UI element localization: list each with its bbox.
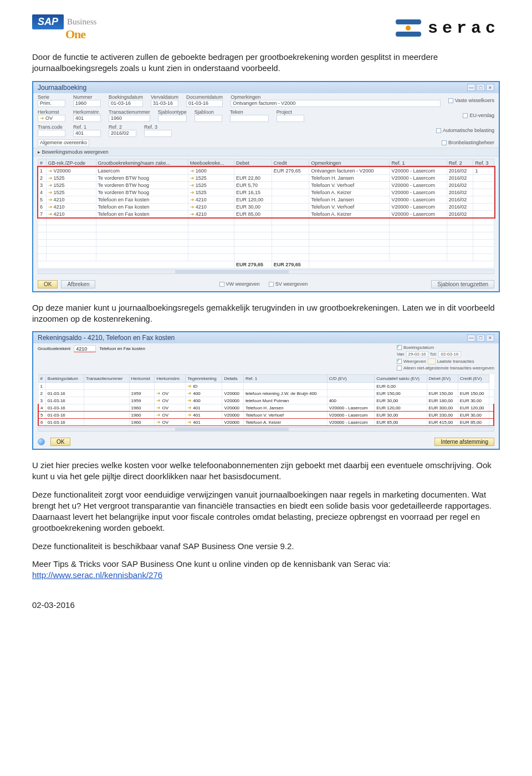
table-row[interactable]: 2➜1525Te vorderen BTW hoog➜1525EUR 22,80… — [38, 174, 494, 181]
chk-auto[interactable] — [436, 128, 441, 133]
val-proj[interactable] — [277, 115, 304, 122]
val-gbkname: Telefoon en Fax kosten — [99, 346, 145, 351]
ok-button[interactable]: OK — [50, 438, 70, 446]
lbl-opm: Opmerkingen — [231, 94, 441, 100]
chk-eu[interactable] — [463, 113, 468, 118]
saldo-table: #BoekingsdatumTransactienummerHerkomstHe… — [38, 374, 494, 426]
lbl-verval: Vervaldatum — [151, 94, 178, 100]
val-serie[interactable]: Prim. — [38, 100, 65, 107]
table-row — [38, 246, 494, 253]
val-tc[interactable] — [38, 130, 65, 137]
lbl-tc: Trans.code — [38, 124, 65, 130]
win1-title: Journaalboeking — [38, 84, 86, 92]
lbl-gbk: Grootboekrekeni — [38, 346, 70, 351]
kennisbank-link[interactable]: http://www.serac.nl/kennisbank/276 — [32, 570, 162, 580]
col-header: Opmerkingen — [309, 159, 390, 167]
lbl-van: Van — [397, 352, 405, 357]
col-header: Ref. 1 — [243, 375, 327, 383]
chk-vaste[interactable] — [448, 98, 453, 103]
close-icon[interactable]: × — [486, 84, 494, 91]
val-docdat[interactable]: 01-03-16 — [186, 100, 223, 107]
maximize-icon[interactable]: □ — [477, 334, 485, 342]
paragraph-4: Deze functionaliteit zorgt voor eenduidi… — [32, 489, 500, 534]
table-row[interactable]: 5➜4210Telefoon en Fax kosten➜4210EUR 120… — [38, 196, 494, 203]
val-nummer[interactable]: 1960 — [73, 100, 101, 107]
table-row[interactable]: 501-03-161960➜OV➜401V20000Telefoon V. Ve… — [38, 412, 494, 419]
col-header: Cumulatief saldo (EV) — [375, 375, 427, 383]
drill-icon[interactable]: ➜ — [40, 115, 44, 121]
lbl-bron: Bronbelastingbeheer — [448, 140, 494, 145]
val-r1[interactable]: 401 — [73, 130, 101, 137]
table-row[interactable]: 301-03-161959➜OV➜400V20000telefoon Murd … — [38, 397, 494, 404]
ok-button[interactable]: OK — [38, 280, 58, 288]
col-header: Herkomstnr. — [155, 375, 186, 383]
col-header: Ref. 3 — [473, 159, 494, 167]
globe-icon[interactable] — [38, 438, 45, 445]
lbl-vw: VW weergeven — [226, 281, 260, 287]
table-row[interactable]: 6➜4210Telefoon en Fax kosten➜4210EUR 30,… — [38, 203, 494, 210]
hscroll[interactable] — [38, 427, 494, 432]
val-r3[interactable] — [144, 130, 172, 137]
table-row[interactable]: 3➜1525Te vorderen BTW hoog➜1525EUR 5,70T… — [38, 181, 494, 189]
lbl-tot: Tot: — [430, 352, 437, 357]
val-weerg[interactable] — [428, 358, 436, 364]
lbl-trans: Transactienummer — [109, 109, 150, 115]
lbl-herknr: Herkomstnr. — [73, 109, 101, 115]
paragraph-6: Meer Tips & Tricks voor SAP Business One… — [32, 559, 500, 581]
lbl-nummer: Nummer — [73, 94, 101, 100]
table-row[interactable]: 1➜IDEUR 0,00 — [38, 383, 494, 390]
val-van[interactable]: 29-02-16 — [406, 351, 428, 357]
col-header: Grootboekrekening/naam zake... — [96, 159, 188, 167]
val-tek[interactable] — [230, 115, 269, 122]
minimize-icon[interactable]: — — [467, 334, 475, 342]
lbl-sjt: Sjabloontype — [158, 109, 187, 115]
val-sj[interactable] — [195, 115, 222, 122]
table-row — [38, 217, 494, 225]
table-row[interactable]: 401-03-161960➜OV➜401V20000Telefoon H. Ja… — [38, 404, 494, 412]
val-trans[interactable]: 1960 — [109, 115, 150, 122]
afbreken-button[interactable]: Afbreken — [61, 280, 95, 288]
val-herknr[interactable]: 401 — [73, 115, 101, 122]
table-row[interactable]: 7➜4210Telefoon en Fax kosten➜4210EUR 85,… — [38, 210, 494, 217]
col-header: Credit (EV) — [458, 375, 489, 383]
close-icon[interactable]: × — [486, 334, 494, 342]
val-gbk[interactable]: 4210 — [74, 345, 96, 352]
chk-vw[interactable] — [219, 282, 224, 287]
val-boekdat[interactable]: 01-03-16 — [109, 100, 143, 107]
paragraph-5: Deze functionaliteit is beschikbaar vana… — [32, 541, 500, 552]
sjabloon-button[interactable]: Sjabloon terugzetten — [431, 280, 494, 288]
val-verval[interactable]: 31-03-16 — [151, 100, 178, 107]
hscroll[interactable] — [38, 270, 494, 274]
intern-button[interactable]: Interne afstemming — [434, 438, 494, 446]
lbl-eu: EU-verslag — [469, 113, 494, 118]
col-header: Debet (EV) — [427, 375, 458, 383]
lbl-r1: Ref. 1 — [73, 124, 101, 130]
minimize-icon[interactable]: — — [467, 84, 475, 91]
chk-alleen[interactable] — [397, 366, 402, 371]
chk-sv[interactable] — [269, 282, 274, 287]
rekeningsaldo-window: Rekeningsaldo - 4210, Telefoon en Fax ko… — [32, 331, 500, 450]
val-tot[interactable]: 02-03-16 — [438, 351, 461, 357]
val-alg[interactable]: Algemene overeenko — [38, 139, 89, 146]
lbl-proj: Project — [277, 109, 304, 115]
table-row[interactable]: 201-03-161959➜OV➜400V20000telefoon reken… — [38, 390, 494, 397]
col-header: Tegenrekening — [186, 375, 222, 383]
table-row[interactable]: 1➜V20000Lasercom➜1600EUR 279,65Ontvangen… — [38, 167, 494, 174]
table-row[interactable]: 4➜1525Te vorderen BTW hoog➜1525EUR 16,15… — [38, 189, 494, 196]
expander-icon[interactable]: ▸ — [38, 149, 40, 155]
footer-date: 02-03-2016 — [32, 600, 500, 611]
col-header: # — [38, 159, 47, 167]
chk-bron[interactable] — [442, 140, 447, 145]
chk-weerg[interactable] — [397, 359, 402, 364]
lbl-sv: SV weergeven — [275, 281, 308, 287]
table-row — [38, 232, 494, 239]
val-sjt[interactable] — [158, 115, 187, 122]
table-row[interactable]: 601-03-161960➜OV➜401V20000Telefoon A. Ke… — [38, 419, 494, 426]
val-opm[interactable]: Ontvangen facturen - V2000 — [231, 100, 441, 107]
val-r2[interactable]: 2016/02 — [109, 130, 136, 137]
chk-boek[interactable] — [397, 345, 402, 350]
lbl-r2: Ref. 2 — [109, 124, 136, 130]
maximize-icon[interactable]: □ — [477, 84, 485, 91]
val-herk[interactable]: ➜OV — [38, 115, 65, 122]
total-debet: EUR 279,65 — [234, 261, 272, 268]
